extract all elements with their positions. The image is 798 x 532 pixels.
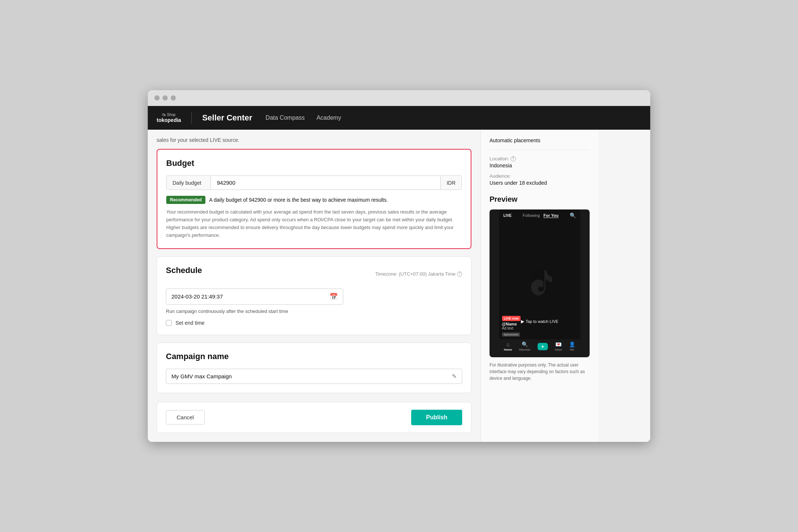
recommended-text: A daily budget of 942900 or more is the … bbox=[209, 197, 388, 203]
preview-section: Preview LIVE bbox=[490, 195, 590, 382]
cancel-button[interactable]: Cancel bbox=[166, 410, 205, 424]
preview-username: @Name bbox=[502, 322, 521, 326]
nav-divider bbox=[191, 112, 192, 124]
run-continuously-text: Run campaign continuously after the sche… bbox=[166, 308, 462, 314]
audience-row: Audience: Users under 18 excluded bbox=[490, 173, 590, 186]
budget-description: Your recommended budget is calculated wi… bbox=[166, 208, 462, 239]
divider-1 bbox=[490, 150, 590, 150]
nav-title: Seller Center bbox=[202, 113, 252, 123]
action-row: Cancel Publish bbox=[157, 402, 471, 433]
location-help-icon[interactable]: ? bbox=[511, 156, 516, 161]
budget-section: Budget Daily budget IDR Recommended A da… bbox=[157, 149, 471, 249]
budget-input-row: Daily budget IDR bbox=[166, 175, 462, 190]
preview-container: LIVE Following For You 🔍 ▶ bbox=[490, 209, 590, 357]
location-value: Indonesia bbox=[490, 163, 512, 168]
audience-value: Users under 18 excluded bbox=[490, 180, 547, 186]
budget-title: Budget bbox=[166, 158, 462, 168]
main-layout: sales for your selected LIVE source. ➔ B… bbox=[148, 130, 650, 441]
preview-ad-text: Ad text bbox=[502, 326, 521, 330]
preview-nav-discover: 🔍 Discover bbox=[519, 341, 531, 351]
preview-tab-following: Following bbox=[523, 213, 540, 218]
preview-nav-me: 👤 Me bbox=[569, 341, 575, 351]
preview-phone: LIVE Following For You 🔍 ▶ bbox=[499, 209, 580, 354]
tiktok-logo-icon bbox=[527, 267, 553, 296]
nav-logo-brand: tokopedia bbox=[157, 117, 181, 123]
schedule-section: Schedule Timezone: (UTC+07:00) Jakarta T… bbox=[157, 256, 471, 335]
preview-caption: For illustrative purposes only. The actu… bbox=[490, 362, 590, 382]
recommended-badge: Recommended bbox=[166, 196, 205, 204]
automatic-placements-row: Automatic placements bbox=[490, 137, 590, 144]
left-panel: sales for your selected LIVE source. ➔ B… bbox=[148, 130, 480, 441]
budget-input[interactable] bbox=[211, 176, 440, 190]
set-end-time-checkbox[interactable] bbox=[166, 320, 172, 326]
preview-nav-inbox: 💌 Inbox bbox=[555, 341, 562, 351]
set-end-time-row: Set end time bbox=[166, 320, 462, 326]
preview-nav-tabs: Following For You bbox=[523, 213, 559, 218]
preview-tab-foryou: For You bbox=[543, 213, 559, 218]
top-note: sales for your selected LIVE source. bbox=[157, 137, 471, 143]
datetime-value: 2024-03-20 21:49:37 bbox=[171, 293, 223, 300]
nav-logo-shop: 🛍 Shop bbox=[162, 113, 175, 117]
audience-label: Audience: bbox=[490, 173, 590, 179]
preview-tap-text: ▶ Tap to watch LIVE bbox=[521, 319, 559, 324]
browser-dot-3 bbox=[171, 95, 176, 100]
browser-titlebar bbox=[148, 90, 650, 106]
preview-add-icon[interactable]: + bbox=[538, 343, 548, 350]
preview-sponsored-badge: Sponsored bbox=[502, 332, 520, 337]
location-label: Location: ? bbox=[490, 156, 590, 161]
preview-inbox-icon: 💌 bbox=[555, 341, 562, 347]
preview-ad-overlay: LIVE now @Name Ad text Sponsored bbox=[502, 314, 521, 337]
automatic-placements-value: Automatic placements bbox=[490, 137, 540, 143]
preview-title: Preview bbox=[490, 195, 590, 204]
edit-icon[interactable]: ✎ bbox=[452, 373, 457, 380]
preview-nav-add[interactable]: + bbox=[538, 343, 548, 350]
preview-bottom-nav: ⌂ Home 🔍 Discover + bbox=[499, 339, 580, 354]
app-content: 🛍 Shop tokopedia Seller Center Data Comp… bbox=[148, 106, 650, 441]
preview-discover-icon: 🔍 bbox=[522, 341, 528, 347]
campaign-name-value: My GMV max Campaign bbox=[171, 373, 232, 379]
timezone-help-icon[interactable]: ? bbox=[457, 272, 462, 277]
preview-home-icon: ⌂ bbox=[507, 341, 509, 347]
budget-currency: IDR bbox=[440, 176, 461, 190]
preview-live-now: LIVE now bbox=[502, 316, 521, 321]
right-panel: Automatic placements Location: ? Indones… bbox=[480, 130, 598, 441]
publish-button[interactable]: Publish bbox=[411, 410, 462, 425]
preview-dark-bg: LIVE Following For You 🔍 ▶ bbox=[499, 209, 580, 354]
recommended-row: Recommended A daily budget of 942900 or … bbox=[166, 196, 462, 204]
nav-link-academy[interactable]: Academy bbox=[317, 115, 341, 121]
nav-logo: 🛍 Shop tokopedia bbox=[157, 113, 181, 123]
timezone-text: Timezone: (UTC+07:00) Jakarta Time ? bbox=[375, 271, 462, 277]
preview-top-bar: LIVE Following For You 🔍 bbox=[499, 209, 580, 221]
top-nav: 🛍 Shop tokopedia Seller Center Data Comp… bbox=[148, 106, 650, 130]
nav-link-data-compass[interactable]: Data Compass bbox=[266, 115, 305, 121]
datetime-input[interactable]: 2024-03-20 21:49:37 📅 bbox=[166, 289, 343, 305]
right-info-section: Automatic placements Location: ? Indones… bbox=[490, 137, 590, 186]
schedule-header: Schedule Timezone: (UTC+07:00) Jakarta T… bbox=[166, 266, 462, 283]
location-row: Location: ? Indonesia bbox=[490, 156, 590, 169]
budget-wrapper: ➔ Budget Daily budget IDR Recommended A … bbox=[157, 149, 471, 256]
schedule-title: Schedule bbox=[166, 266, 202, 275]
browser-dot-1 bbox=[154, 95, 160, 100]
preview-live-badge: LIVE bbox=[504, 214, 512, 218]
browser-dot-2 bbox=[163, 95, 168, 100]
campaign-section: Campaign name My GMV max Campaign ✎ bbox=[157, 342, 471, 393]
nav-links: Data Compass Academy bbox=[266, 115, 341, 121]
preview-me-icon: 👤 bbox=[569, 341, 575, 347]
browser-window: 🛍 Shop tokopedia Seller Center Data Comp… bbox=[148, 90, 650, 441]
set-end-time-label: Set end time bbox=[175, 320, 205, 326]
budget-label: Daily budget bbox=[167, 176, 211, 190]
campaign-name-input-row: My GMV max Campaign ✎ bbox=[166, 369, 462, 384]
campaign-name-title: Campaign name bbox=[166, 352, 462, 361]
preview-search-icon[interactable]: 🔍 bbox=[570, 212, 576, 218]
preview-nav-home: ⌂ Home bbox=[504, 341, 512, 351]
calendar-icon[interactable]: 📅 bbox=[330, 293, 338, 301]
